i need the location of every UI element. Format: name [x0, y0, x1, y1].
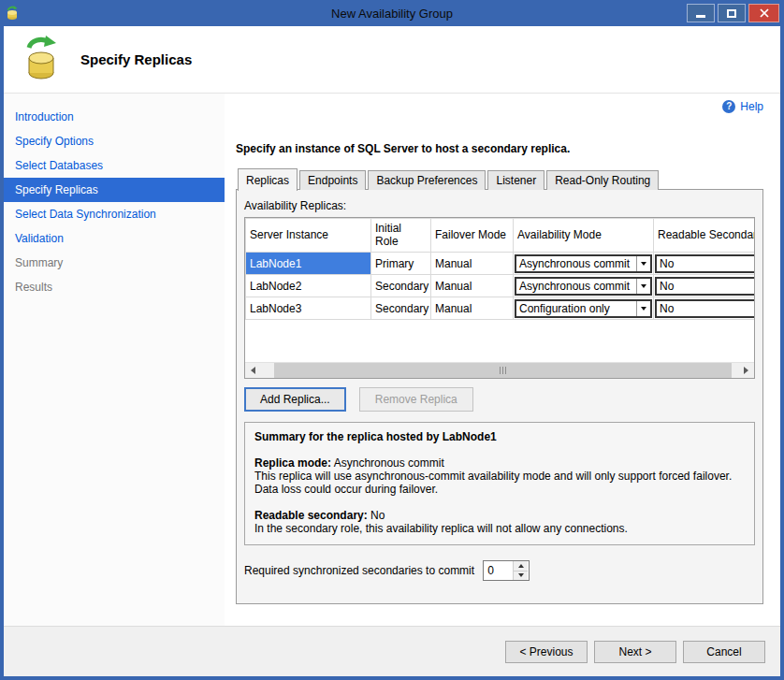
arrow-up-icon	[518, 564, 524, 568]
availability-mode-combobox[interactable]: Configuration only	[515, 299, 652, 318]
cell-initial-role[interactable]: Secondary	[371, 275, 431, 297]
cell-availability-mode: Asynchronous commit	[514, 253, 654, 275]
arrow-right-icon	[744, 367, 748, 374]
summary-title: Summary for the replica hosted by LabNod…	[254, 430, 745, 443]
replica-buttons-row: Add Replica... Remove Replica	[244, 387, 755, 412]
window-title: New Availability Group	[0, 7, 784, 21]
add-replica-button[interactable]: Add Replica...	[244, 387, 346, 412]
next-button[interactable]: Next >	[594, 641, 676, 663]
readable-secondary-combobox[interactable]: No	[655, 254, 754, 273]
cell-initial-role[interactable]: Primary	[371, 253, 431, 275]
help-row: ?Help	[236, 99, 763, 118]
availability-replicas-table: Server Instance Initial Role Failover Mo…	[245, 218, 754, 320]
horizontal-scrollbar[interactable]	[245, 362, 754, 378]
cell-failover-mode[interactable]: Manual	[431, 297, 514, 320]
sidebar-item-select-data-synchronization[interactable]: Select Data Synchronization	[4, 202, 225, 226]
replica-mode-value: Asynchronous commit	[334, 456, 444, 470]
help-link[interactable]: Help	[740, 100, 763, 113]
availability-mode-combobox[interactable]: Asynchronous commit	[515, 277, 652, 296]
page-title: Specify Replicas	[80, 51, 192, 67]
cell-readable-secondary: No	[654, 297, 755, 320]
cell-availability-mode: Configuration only	[514, 297, 654, 320]
gripper-icon	[500, 367, 501, 374]
readable-secondary-combobox[interactable]: No	[655, 277, 754, 296]
cell-server-instance[interactable]: LabNode1	[246, 253, 371, 275]
spin-down-button[interactable]	[514, 571, 528, 581]
scroll-thumb[interactable]	[274, 363, 732, 378]
sidebar-item-introduction[interactable]: Introduction	[4, 105, 225, 129]
column-header-server-instance[interactable]: Server Instance	[246, 219, 371, 253]
readable-secondary-value: No	[370, 509, 385, 522]
arrow-left-icon	[251, 367, 255, 374]
column-header-readable-secondary[interactable]: Readable Secondary	[654, 219, 755, 253]
minimize-button[interactable]	[687, 4, 715, 22]
tab-read-only-routing[interactable]: Read-Only Routing	[546, 170, 659, 190]
replica-mode-line: Replica mode: Asynchronous commit	[254, 456, 745, 470]
table-header-row: Server Instance Initial Role Failover Mo…	[246, 219, 755, 253]
maximize-button[interactable]	[718, 4, 746, 22]
scroll-track[interactable]	[261, 363, 274, 378]
instruction-text: Specify an instance of SQL Server to hos…	[236, 142, 763, 155]
sidebar-item-results: Results	[4, 275, 225, 299]
replica-mode-description: This replica will use asynchronous-commi…	[254, 470, 745, 496]
scroll-left-button[interactable]	[245, 363, 261, 378]
tab-listener[interactable]: Listener	[487, 170, 544, 190]
cancel-button[interactable]: Cancel	[683, 641, 765, 663]
tab-backup-preferences[interactable]: Backup Preferences	[368, 170, 486, 190]
wizard-body: Introduction Specify Options Select Data…	[4, 94, 780, 626]
close-button[interactable]	[748, 4, 779, 22]
tab-replicas[interactable]: Replicas	[238, 168, 298, 191]
sidebar-item-select-databases[interactable]: Select Databases	[4, 153, 225, 178]
tab-strip: Replicas Endpoints Backup Preferences Li…	[236, 168, 763, 190]
sidebar-item-summary: Summary	[4, 251, 225, 275]
availability-replicas-grid: Server Instance Initial Role Failover Mo…	[244, 217, 755, 379]
window-frame: Specify Replicas Introduction Specify Op…	[0, 26, 784, 680]
cell-server-instance[interactable]: LabNode3	[246, 297, 371, 320]
wizard-steps-sidebar: Introduction Specify Options Select Data…	[4, 94, 225, 626]
sidebar-item-specify-replicas[interactable]: Specify Replicas	[4, 178, 225, 202]
cell-server-instance[interactable]: LabNode2	[246, 275, 371, 297]
scroll-right-button[interactable]	[738, 363, 754, 378]
cell-readable-secondary: No	[654, 253, 755, 275]
cell-readable-secondary: No	[654, 275, 755, 297]
required-secondaries-row: Required synchronized secondaries to com…	[244, 560, 755, 581]
availability-group-icon	[5, 5, 22, 22]
arrow-down-icon	[518, 573, 524, 577]
titlebar: New Availability Group	[0, 0, 784, 26]
tab-endpoints[interactable]: Endpoints	[299, 170, 366, 190]
column-header-initial-role[interactable]: Initial Role	[371, 219, 431, 253]
cell-failover-mode[interactable]: Manual	[431, 253, 514, 275]
previous-button[interactable]: < Previous	[505, 641, 588, 663]
chevron-down-icon[interactable]	[636, 279, 650, 294]
chevron-down-icon[interactable]	[636, 256, 650, 271]
cell-failover-mode[interactable]: Manual	[431, 275, 514, 297]
database-icon	[21, 34, 62, 85]
scroll-track[interactable]	[732, 363, 738, 378]
help-icon: ?	[722, 100, 735, 113]
spinner-buttons	[513, 561, 528, 580]
readable-secondary-combobox[interactable]: No	[655, 299, 754, 318]
column-header-failover-mode[interactable]: Failover Mode	[431, 219, 514, 253]
column-header-availability-mode[interactable]: Availability Mode	[514, 219, 654, 253]
availability-mode-combobox[interactable]: Asynchronous commit	[515, 254, 652, 273]
remove-replica-button: Remove Replica	[359, 387, 473, 412]
cell-availability-mode: Asynchronous commit	[514, 275, 654, 297]
table-row: LabNode1 Primary Manual Asynchronous com…	[246, 253, 755, 275]
new-availability-group-window: New Availability Group	[0, 0, 784, 680]
grid-viewport: Server Instance Initial Role Failover Mo…	[245, 218, 754, 362]
chevron-down-icon[interactable]	[636, 301, 650, 316]
main-content: ?Help Specify an instance of SQL Server …	[225, 94, 780, 626]
replica-mode-label: Replica mode:	[254, 456, 331, 470]
table-row: LabNode2 Secondary Manual Asynchronous c…	[246, 275, 755, 297]
table-row: LabNode3 Secondary Manual Configuration …	[246, 297, 755, 320]
sidebar-item-validation[interactable]: Validation	[4, 226, 225, 251]
sidebar-item-specify-options[interactable]: Specify Options	[4, 129, 225, 153]
window-controls	[684, 4, 779, 22]
availability-replicas-label: Availability Replicas:	[244, 199, 755, 212]
spin-up-button[interactable]	[514, 561, 528, 571]
required-secondaries-label: Required synchronized secondaries to com…	[244, 564, 474, 577]
maximize-icon	[727, 9, 736, 18]
replicas-tab-panel: Availability Replicas: Server Instance I…	[236, 189, 763, 604]
cell-initial-role[interactable]: Secondary	[371, 297, 431, 320]
required-secondaries-input[interactable]	[484, 561, 513, 580]
